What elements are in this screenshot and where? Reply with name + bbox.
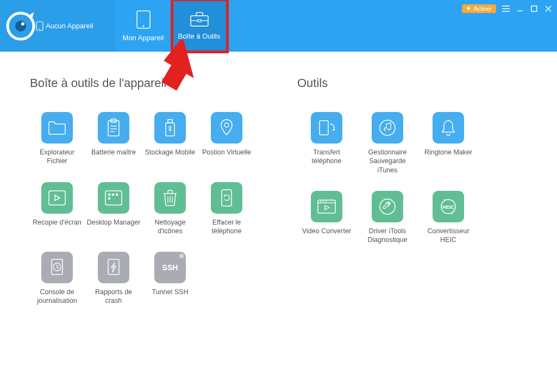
tool-label: Rapports de crash <box>86 288 141 306</box>
tool-screen-mirror[interactable]: Recopie d'écran <box>30 182 84 236</box>
tool-heic-converter[interactable]: HEIC Convertisseur HEIC <box>419 191 478 245</box>
svg-point-28 <box>224 123 229 127</box>
device-tools-grid: Explorateur Fichier Batterie maître Stoc… <box>30 112 254 306</box>
tab-label: Mon Appareil <box>123 34 164 42</box>
tool-file-explorer[interactable]: Explorateur Fichier <box>30 112 84 166</box>
svg-rect-29 <box>49 191 65 205</box>
close-button[interactable] <box>544 4 553 13</box>
svg-point-50 <box>320 201 321 202</box>
clock-document-icon <box>41 252 73 283</box>
svg-rect-45 <box>320 121 328 135</box>
tab-my-device[interactable]: Mon Appareil <box>115 0 171 52</box>
maximize-button[interactable] <box>530 4 539 13</box>
tool-battery-master[interactable]: Batterie maître <box>86 112 141 166</box>
tool-label: Transfert téléphone <box>299 148 354 166</box>
tool-mobile-storage[interactable]: Stockage Mobile <box>143 112 197 166</box>
ssh-icon: SSH <box>154 252 186 283</box>
nav-tabs: Mon Appareil Boîte à Outils <box>115 0 227 52</box>
tool-ringtone-maker[interactable]: Ringtone Maker <box>419 112 478 175</box>
svg-point-51 <box>323 201 324 202</box>
svg-point-1 <box>15 21 26 32</box>
tool-label: Stockage Mobile <box>145 148 195 157</box>
svg-rect-44 <box>108 259 119 275</box>
device-status-text: Aucun Appareil <box>46 22 93 30</box>
minimize-button[interactable] <box>516 4 524 13</box>
tool-label: Effacer le téléphone <box>199 218 254 236</box>
tool-label: Gestionnaire Sauvegarde iTunes <box>360 148 415 175</box>
phone-transfer-icon <box>311 112 342 144</box>
tools-grid: Transfert téléphone Gestionnaire Sauvega… <box>297 112 478 244</box>
section-title: Outils <box>297 76 478 90</box>
app-logo <box>5 11 36 41</box>
tool-label: Video Converter <box>302 227 351 235</box>
svg-rect-15 <box>531 6 537 11</box>
trash-icon <box>154 182 186 214</box>
svg-point-52 <box>326 201 327 202</box>
play-icon <box>41 182 73 214</box>
tool-label: Explorateur Fichier <box>30 148 84 166</box>
tools-section: Outils Transfert téléphone Gestionnaire … <box>297 76 478 306</box>
tool-label: Batterie maître <box>91 148 136 157</box>
clipboard-icon <box>98 112 129 144</box>
device-tools-section: Boîte à outils de l'appareil Explorateur… <box>30 76 254 306</box>
svg-point-46 <box>380 120 395 135</box>
tab-toolbox[interactable]: Boîte à Outils <box>171 0 227 52</box>
briefcase-icon <box>189 11 210 28</box>
tool-ssh-tunnel[interactable]: SSH Tunnel SSH <box>143 252 197 306</box>
svg-line-43 <box>57 267 59 269</box>
tool-label: Postion Virtuelle <box>202 148 251 157</box>
bell-icon <box>433 112 464 144</box>
heic-icon: HEIC <box>433 191 464 222</box>
svg-rect-24 <box>168 120 172 123</box>
svg-rect-30 <box>105 191 122 205</box>
svg-point-6 <box>142 26 144 27</box>
menu-icon[interactable] <box>502 4 510 13</box>
svg-rect-18 <box>108 121 119 136</box>
tool-label: Recopie d'écran <box>33 218 82 227</box>
svg-rect-32 <box>112 194 114 196</box>
apps-grid-icon <box>98 182 129 214</box>
window-controls: Activer <box>462 4 553 13</box>
tool-label: Tunnel SSH <box>152 288 189 296</box>
section-title: Boîte à outils de l'appareil <box>30 76 254 90</box>
logo-area: Aucun Appareil <box>0 0 115 52</box>
main-content: Boîte à outils de l'appareil Explorateur… <box>0 52 557 306</box>
tool-phone-transfer[interactable]: Transfert téléphone <box>297 112 356 175</box>
tool-label: Driver iTools Diagnostique <box>360 227 415 245</box>
lightning-document-icon <box>98 252 129 283</box>
svg-rect-31 <box>108 194 110 196</box>
video-icon <box>311 191 342 222</box>
folder-icon <box>41 112 73 144</box>
phone-refresh-icon <box>211 182 242 214</box>
tool-crash-reports[interactable]: Rapports de crash <box>86 252 141 306</box>
tool-virtual-location[interactable]: Postion Virtuelle <box>199 112 254 166</box>
tool-erase-phone[interactable]: Effacer le téléphone <box>199 182 254 236</box>
svg-rect-33 <box>116 194 118 196</box>
music-note-icon <box>372 112 403 144</box>
device-status: Aucun Appareil <box>36 21 93 31</box>
svg-rect-39 <box>222 190 231 206</box>
tab-label: Boîte à Outils <box>178 32 220 40</box>
activate-button[interactable]: Activer <box>462 4 496 13</box>
svg-text:HEIC: HEIC <box>442 204 454 210</box>
tool-label: Ringtone Maker <box>424 148 472 157</box>
tool-label: Convertisseur HEIC <box>421 227 475 245</box>
header-bar: Aucun Appareil Mon Appareil <box>0 0 557 52</box>
tool-icon-cleanup[interactable]: Nettoyage d'icônes <box>143 182 197 236</box>
location-pin-icon <box>211 112 242 144</box>
tool-label: Console de journalisation <box>30 288 84 306</box>
tool-driver-diagnostic[interactable]: Driver iTools Diagnostique <box>358 191 417 245</box>
tool-label: Nettoyage d'icônes <box>143 218 197 236</box>
svg-point-53 <box>380 199 395 214</box>
ssh-text: SSH <box>162 263 178 272</box>
svg-rect-8 <box>198 20 201 22</box>
activate-label: Activer <box>473 5 492 12</box>
svg-point-2 <box>21 22 24 26</box>
usb-icon <box>154 112 186 144</box>
tool-itunes-backup[interactable]: Gestionnaire Sauvegarde iTunes <box>358 112 417 175</box>
tool-video-converter[interactable]: Video Converter <box>297 191 356 245</box>
svg-rect-34 <box>108 197 110 200</box>
wrench-icon <box>372 191 403 222</box>
tool-log-console[interactable]: Console de journalisation <box>30 252 84 306</box>
tool-desktop-manager[interactable]: Desktop Manager <box>86 182 141 236</box>
